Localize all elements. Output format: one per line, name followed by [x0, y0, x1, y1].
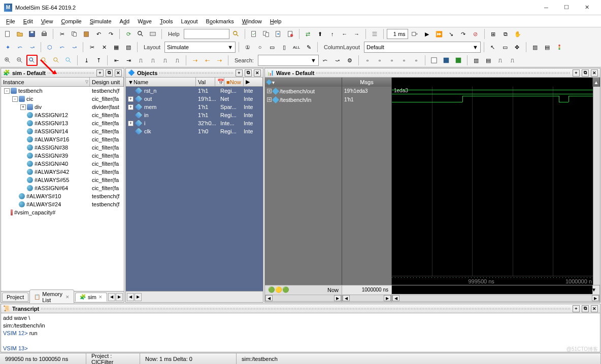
help-go-icon[interactable] — [230, 28, 242, 40]
panel-dock-button[interactable]: ⧉ — [582, 69, 589, 77]
nav-forward-icon[interactable]: → — [351, 28, 362, 40]
mode3-icon[interactable]: ▭ — [266, 42, 278, 53]
compile-selected-icon[interactable] — [248, 28, 259, 40]
menu-edit[interactable]: Edit — [19, 17, 37, 25]
mode2-icon[interactable]: ○ — [254, 42, 265, 53]
menu-wave[interactable]: Wave — [133, 17, 156, 25]
run-icon[interactable] — [409, 28, 420, 40]
panel-add-button[interactable]: + — [96, 69, 104, 77]
remove-wave-icon[interactable]: ▧ — [123, 42, 134, 53]
mode-clear-icon[interactable]: ✎ — [303, 42, 314, 53]
help-search-input[interactable] — [184, 29, 229, 39]
menu-add[interactable]: Add — [116, 17, 134, 25]
tile-windows-icon[interactable]: ⊞ — [488, 28, 499, 40]
refresh-icon[interactable]: ⟳ — [123, 28, 134, 40]
undo-icon[interactable]: ↶ — [93, 28, 104, 40]
minimize-button[interactable]: ─ — [536, 1, 556, 15]
wave-style2-icon[interactable] — [441, 55, 452, 66]
menu-layout[interactable]: Layout — [177, 17, 202, 25]
wave-signal-names[interactable]: +/testbench/out+/testbench/in — [265, 87, 342, 285]
edge-next-icon[interactable]: ⇥ — [123, 55, 134, 66]
tree-row[interactable]: #ALWAYS#55cic_filter(fa — [1, 176, 124, 184]
step-over-icon[interactable]: ↷ — [458, 28, 469, 40]
tree-row[interactable]: #ALWAYS#24testbench(f — [1, 200, 124, 208]
stop-icon[interactable]: ⊘ — [470, 28, 481, 40]
expand-up-icon[interactable]: ⤒ — [93, 55, 104, 66]
group2-icon[interactable]: ▫ — [374, 55, 385, 66]
analog-icon[interactable]: ▤ — [542, 42, 553, 53]
group3-icon[interactable]: ▫ — [386, 55, 397, 66]
object-row[interactable]: +mem1'h1Spar...Inte — [126, 103, 263, 111]
open-folder-icon[interactable] — [14, 28, 25, 40]
tree-row[interactable]: #ASSIGN#14cic_filter(fa — [1, 127, 124, 135]
tree-row[interactable]: #ALWAYS#42cic_filter(fa — [1, 168, 124, 176]
wave-style3-icon[interactable] — [453, 55, 464, 66]
search-prev-icon[interactable]: ⤺ — [320, 55, 331, 66]
wave-style1-icon[interactable] — [428, 55, 440, 66]
step-icon[interactable]: ↘ — [446, 28, 457, 40]
tab-next-icon[interactable]: ▶ — [116, 293, 123, 301]
panel-close-button[interactable]: ✕ — [254, 69, 261, 77]
traffic-icon[interactable] — [554, 42, 565, 53]
transition1-icon[interactable]: ⎍ — [135, 55, 146, 66]
objects-list[interactable]: rst_n1'h1Regi...Inte+out19'h1...NetInte+… — [126, 87, 263, 291]
tab-project[interactable]: Project — [2, 293, 28, 302]
object-row[interactable]: rst_n1'h1Regi...Inte — [126, 87, 263, 95]
tab-memory-list[interactable]: 📋Memory List✕ — [29, 289, 74, 304]
tree-row[interactable]: #ASSIGN#38cic_filter(fa — [1, 143, 124, 152]
zoom-in-icon[interactable] — [2, 55, 13, 66]
redo-icon[interactable]: ↷ — [105, 28, 116, 40]
tree-row[interactable]: #ASSIGN#64cic_filter(fa — [1, 184, 124, 192]
edge-prev-icon[interactable]: ⇤ — [111, 55, 122, 66]
object-row[interactable]: in1'h1Regi...Inte — [126, 111, 263, 119]
wave-bars-icon[interactable]: ▥ — [471, 55, 482, 66]
select-rect-icon[interactable]: ▭ — [499, 42, 511, 53]
run-all-icon[interactable]: ⏩ — [433, 28, 445, 40]
wave-falling-icon[interactable]: ⎍ — [507, 55, 518, 66]
move-icon[interactable]: ✥ — [512, 42, 523, 53]
run-continue-icon[interactable]: ▶ — [421, 28, 432, 40]
bookmark-prev-icon[interactable]: ⤺ — [14, 42, 25, 53]
stop-hand-icon[interactable]: ✋ — [512, 28, 523, 40]
wave-rising-icon[interactable]: ⎍ — [495, 55, 506, 66]
menu-tools[interactable]: Tools — [156, 17, 177, 25]
bars-icon[interactable]: ▥ — [529, 42, 541, 53]
cut-wave-icon[interactable]: ✂ — [86, 42, 97, 53]
search-next-icon[interactable]: ⤻ — [332, 55, 343, 66]
maximize-button[interactable]: ☐ — [556, 1, 577, 15]
wave-names-header[interactable]: ▾ — [265, 78, 342, 87]
tab-sim[interactable]: 🧩sim✕ — [75, 293, 107, 302]
tree-row[interactable]: #ALWAYS#10testbench(f — [1, 192, 124, 200]
panel-dock-button[interactable]: ⧉ — [106, 69, 113, 77]
pointer-icon[interactable]: ↖ — [487, 42, 498, 53]
menu-bookmarks[interactable]: Bookmarks — [202, 17, 238, 25]
add-wave-icon[interactable]: ▦ — [111, 42, 122, 53]
transfer-icon[interactable]: ⇄ — [303, 28, 314, 40]
bookmark-next-icon[interactable]: ⤻ — [26, 42, 38, 53]
nav-back-icon[interactable]: ← — [339, 28, 350, 40]
zoom-out-icon[interactable] — [14, 55, 25, 66]
tree-row[interactable]: #ALWAYS#16cic_filter(fa — [1, 135, 124, 143]
zoom-cursor-icon[interactable] — [39, 55, 50, 66]
new-file-icon[interactable] — [2, 28, 13, 40]
cascade-windows-icon[interactable]: ⧉ — [500, 28, 511, 40]
print-icon[interactable] — [39, 28, 50, 40]
panel-add-button[interactable]: + — [236, 69, 243, 77]
transition4-icon[interactable]: ⎍ — [172, 55, 183, 66]
mode-all-icon[interactable]: ALL — [291, 42, 302, 53]
wave-vscrollbar[interactable] — [593, 87, 600, 285]
mode4-icon[interactable]: ▯ — [279, 42, 290, 53]
sim-column-header[interactable]: Instance▽ Design unit — [1, 78, 124, 87]
panel-close-button[interactable]: ✕ — [591, 69, 598, 77]
paste-icon[interactable] — [81, 28, 92, 40]
up-level-icon[interactable]: ⬆ — [315, 28, 326, 40]
wave-lines-icon[interactable]: ▤ — [483, 55, 494, 66]
split-prev-icon[interactable]: ⤺ — [56, 42, 68, 53]
search-options-icon[interactable]: ⚙ — [344, 55, 355, 66]
cursor2-icon[interactable]: ⇠ — [202, 55, 213, 66]
zoom-range-icon[interactable] — [51, 55, 62, 66]
transition2-icon[interactable]: ⎍ — [147, 55, 158, 66]
panel-close-button[interactable]: ✕ — [115, 69, 122, 77]
panel-dock-button[interactable]: ⧉ — [245, 69, 252, 77]
group1-icon[interactable]: ▫ — [362, 55, 373, 66]
